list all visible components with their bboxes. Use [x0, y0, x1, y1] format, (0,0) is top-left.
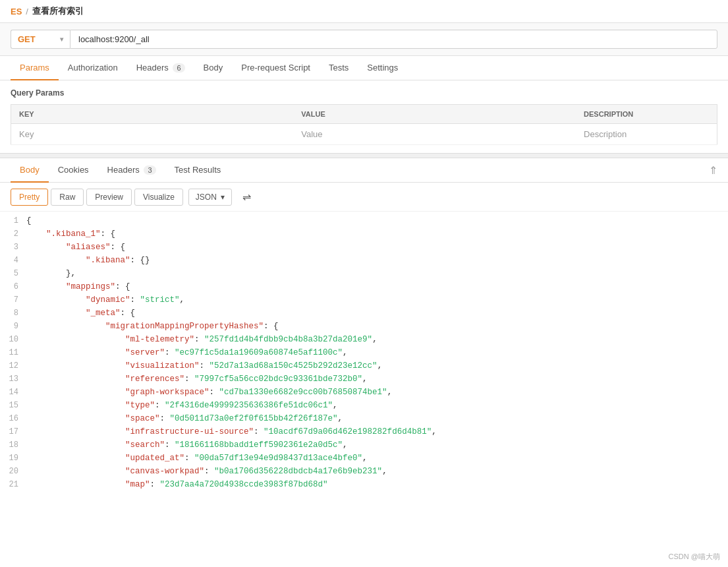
line-content: "server": "ec97f1c5da1a19609a60874e5af11…: [26, 346, 728, 359]
tab-settings[interactable]: Settings: [358, 56, 407, 80]
code-line: 8 "_meta": {: [0, 307, 728, 320]
code-line: 21 "map": "23d7aa4a720d4938ccde3983f87bd…: [0, 478, 728, 491]
line-number: 1: [0, 214, 26, 227]
breadcrumb-title: 查看所有索引: [32, 5, 84, 17]
resp-tab-cookies[interactable]: Cookies: [49, 158, 98, 183]
tab-pre-request-script[interactable]: Pre-request Script: [232, 56, 320, 80]
resp-tab-headers[interactable]: Headers 3: [98, 158, 165, 183]
line-content: "aliases": {: [26, 241, 728, 254]
line-number: 17: [0, 425, 26, 438]
format-bar: Pretty Raw Preview Visualize JSON ▾ ⇌: [0, 183, 728, 212]
breadcrumb-bar: ES / 查看所有索引: [0, 0, 728, 23]
query-params-title: Query Params: [11, 88, 717, 98]
tab-authorization[interactable]: Authorization: [59, 56, 127, 80]
code-line: 14 "graph-workspace": "cd7ba1330e6682e9c…: [0, 386, 728, 399]
code-line: 18 "search": "181661168bbadd1eff5902361e…: [0, 438, 728, 452]
tab-headers[interactable]: Headers 6: [127, 56, 194, 80]
response-tabs-left: Body Cookies Headers 3 Test Results: [11, 158, 230, 182]
line-number: 4: [0, 254, 26, 267]
code-line: 19 "updated_at": "00da57df13e94e9d98437d…: [0, 452, 728, 465]
tab-params[interactable]: Params: [11, 56, 59, 80]
fmt-btn-preview[interactable]: Preview: [86, 189, 132, 206]
line-content: "references": "7997cf5a56cc02bdc9c93361b…: [26, 373, 728, 386]
line-number: 2: [0, 227, 26, 241]
line-number: 21: [0, 478, 26, 491]
fmt-btn-pretty[interactable]: Pretty: [11, 189, 48, 206]
line-content: "canvas-workpad": "b0a1706d356228dbdcb4a…: [26, 465, 728, 478]
table-row: Key Value Description: [11, 124, 717, 145]
line-number: 10: [0, 333, 26, 346]
param-desc-input[interactable]: Description: [576, 124, 717, 145]
line-content: ".kibana_1": {: [26, 227, 728, 241]
line-number: 8: [0, 307, 26, 320]
col-key: KEY: [11, 105, 294, 124]
line-number: 5: [0, 267, 26, 280]
line-number: 19: [0, 452, 26, 465]
line-content: "mappings": {: [26, 280, 728, 293]
tab-body[interactable]: Body: [194, 56, 233, 80]
request-tabs: Params Authorization Headers 6 Body Pre-…: [0, 56, 728, 80]
code-line: 9 "migrationMappingPropertyHashes": {: [0, 320, 728, 333]
line-content: "graph-workspace": "cd7ba1330e6682e9cc00…: [26, 386, 728, 399]
code-line: 13 "references": "7997cf5a56cc02bdc9c933…: [0, 373, 728, 386]
line-content: "updated_at": "00da57df13e94e9d98437d13a…: [26, 452, 728, 465]
code-line: 2 ".kibana_1": {: [0, 227, 728, 241]
line-content: "map": "23d7aa4a720d4938ccde3983f87bd68d…: [26, 478, 728, 491]
code-line: 15 "type": "2f4316de49999235636386fe51dc…: [0, 399, 728, 412]
url-input[interactable]: [70, 30, 717, 49]
response-tabs: Body Cookies Headers 3 Test Results ⇑: [0, 158, 728, 183]
code-line: 20 "canvas-workpad": "b0a1706d356228dbdc…: [0, 465, 728, 478]
col-description: DESCRIPTION: [576, 105, 717, 124]
tab-tests[interactable]: Tests: [320, 56, 358, 80]
line-number: 3: [0, 241, 26, 254]
method-label: GET: [18, 34, 36, 44]
line-content: "_meta": {: [26, 307, 728, 320]
query-params-section: Query Params KEY VALUE DESCRIPTION Key V…: [0, 80, 728, 153]
line-number: 18: [0, 438, 26, 452]
method-chevron-icon: ▾: [60, 36, 63, 43]
line-content: "dynamic": "strict",: [26, 293, 728, 307]
fmt-btn-raw[interactable]: Raw: [51, 189, 84, 206]
code-line: 4 ".kibana": {}: [0, 254, 728, 267]
line-content: "type": "2f4316de49999235636386fe51dc06c…: [26, 399, 728, 412]
resp-headers-badge: 3: [144, 165, 155, 175]
params-table: KEY VALUE DESCRIPTION Key Value Descript…: [11, 104, 717, 145]
line-content: "visualization": "52d7a13ad68a150c4525b2…: [26, 359, 728, 373]
wrap-toggle-button[interactable]: ⇌: [237, 188, 256, 206]
code-line: 5 },: [0, 267, 728, 280]
line-content: "space": "0d5011d73a0ef2f0f615bb42f26f18…: [26, 412, 728, 425]
code-line: 6 "mappings": {: [0, 280, 728, 293]
param-key-input[interactable]: Key: [11, 124, 294, 145]
method-select[interactable]: GET ▾: [11, 30, 70, 49]
url-bar: GET ▾: [0, 23, 728, 56]
line-content: {: [26, 214, 728, 227]
code-line: 11 "server": "ec97f1c5da1a19609a60874e5a…: [0, 346, 728, 359]
line-number: 7: [0, 293, 26, 307]
resp-tab-test-results[interactable]: Test Results: [165, 158, 231, 183]
code-line: 12 "visualization": "52d7a13ad68a150c452…: [0, 359, 728, 373]
param-value-input[interactable]: Value: [293, 124, 576, 145]
line-content: ".kibana": {}: [26, 254, 728, 267]
code-line: 17 "infrastructure-ui-source": "10acdf67…: [0, 425, 728, 438]
line-content: },: [26, 267, 728, 280]
line-number: 13: [0, 373, 26, 386]
line-content: "infrastructure-ui-source": "10acdf67d9a…: [26, 425, 728, 438]
response-section: Body Cookies Headers 3 Test Results ⇑ Pr…: [0, 158, 728, 494]
code-view: 1{2 ".kibana_1": {3 "aliases": {4 ".kiba…: [0, 212, 728, 494]
line-number: 12: [0, 359, 26, 373]
line-number: 16: [0, 412, 26, 425]
code-line: 16 "space": "0d5011d73a0ef2f0f615bb42f26…: [0, 412, 728, 425]
headers-badge: 6: [173, 63, 184, 73]
fmt-btn-visualize[interactable]: Visualize: [134, 189, 183, 206]
line-content: "search": "181661168bbadd1eff5902361e2a0…: [26, 438, 728, 452]
line-number: 20: [0, 465, 26, 478]
breadcrumb-es[interactable]: ES: [11, 7, 22, 16]
format-selector[interactable]: JSON ▾: [188, 189, 232, 206]
code-line: 3 "aliases": {: [0, 241, 728, 254]
line-content: "migrationMappingPropertyHashes": {: [26, 320, 728, 333]
format-label: JSON: [196, 193, 217, 202]
line-number: 15: [0, 399, 26, 412]
scroll-to-top-icon[interactable]: ⇑: [709, 164, 717, 177]
col-value: VALUE: [293, 105, 576, 124]
resp-tab-body[interactable]: Body: [11, 158, 49, 183]
